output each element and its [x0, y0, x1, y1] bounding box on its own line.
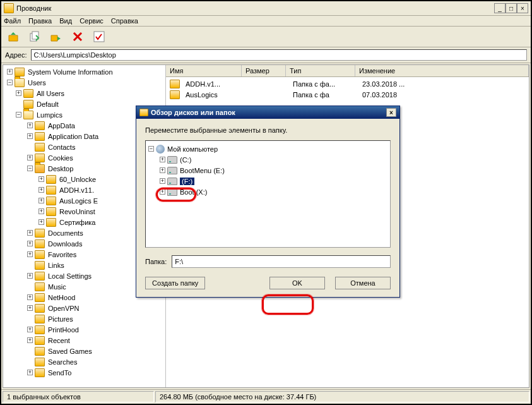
tree-drive-e[interactable]: BootMenu (E:) — [180, 167, 225, 174]
tree-item[interactable]: ADDH.v11. — [58, 186, 95, 194]
drive-icon — [167, 178, 177, 185]
expander-icon[interactable]: + — [27, 230, 33, 236]
menu-service[interactable]: Сервис — [80, 17, 103, 25]
expander-icon[interactable]: − — [148, 146, 154, 152]
expander-icon[interactable]: + — [27, 337, 33, 343]
address-input[interactable] — [31, 49, 527, 61]
expander-icon[interactable]: + — [7, 69, 13, 75]
expander-icon[interactable]: + — [27, 273, 33, 279]
menu-file[interactable]: Файл — [4, 17, 21, 25]
tree-item[interactable]: Default — [35, 100, 60, 108]
dialog-close-button[interactable]: × — [386, 108, 396, 117]
tree-item[interactable]: Recent — [47, 337, 71, 344]
tree-item[interactable]: Saved Games — [47, 348, 93, 355]
tree-item[interactable]: Searches — [47, 358, 78, 366]
tree-item[interactable]: SendTo — [47, 369, 73, 377]
tree-item[interactable]: All Users — [35, 90, 66, 97]
close-button[interactable]: × — [517, 3, 528, 13]
expander-icon[interactable]: + — [27, 305, 33, 311]
col-size[interactable]: Размер — [242, 65, 286, 76]
tree-item[interactable]: Cookies — [47, 154, 74, 162]
maximize-button[interactable]: □ — [505, 3, 517, 13]
tree-item[interactable]: 60_Unlocke — [58, 176, 97, 183]
expander-icon[interactable]: − — [16, 112, 21, 118]
menu-edit[interactable]: Правка — [28, 17, 52, 25]
expander-icon[interactable]: + — [38, 209, 44, 214]
dialog-icon — [139, 109, 148, 116]
expander-icon[interactable]: + — [27, 251, 33, 257]
tree-item[interactable]: Pictures — [47, 315, 74, 323]
tree-item[interactable]: Downloads — [47, 240, 83, 248]
folder-icon — [35, 164, 45, 173]
tree-item[interactable]: OpenVPN — [47, 305, 81, 312]
tree-item[interactable]: Favorites — [47, 251, 78, 258]
tree-item-lumpics[interactable]: Lumpics — [35, 111, 64, 119]
tree-item-users[interactable]: Users — [27, 79, 47, 87]
expander-icon[interactable]: + — [38, 219, 44, 225]
dialog-title: Обзор дисков или папок — [151, 109, 386, 116]
tree-item[interactable]: PrintHood — [47, 326, 80, 334]
tree-item[interactable]: Documents — [47, 229, 85, 237]
tree-item-desktop[interactable]: Desktop — [47, 165, 74, 172]
expander-icon[interactable]: + — [27, 155, 33, 160]
folder-icon — [35, 347, 45, 356]
tree-item[interactable]: AppData — [47, 122, 76, 130]
dialog-path-label: Папка: — [145, 258, 167, 265]
menu-view[interactable]: Вид — [59, 17, 72, 25]
tree-item[interactable]: Сертифика — [58, 219, 97, 226]
folder-icon — [35, 261, 45, 270]
tree-drive-x[interactable]: Boot (X:) — [180, 188, 207, 196]
expander-icon[interactable]: + — [160, 189, 165, 195]
expander-icon[interactable]: + — [38, 176, 44, 182]
col-type[interactable]: Тип — [286, 65, 355, 76]
expander-icon[interactable]: + — [160, 178, 165, 184]
cancel-button[interactable]: Отмена — [335, 277, 391, 289]
expander-icon[interactable]: + — [16, 90, 21, 96]
check-button[interactable] — [91, 28, 107, 45]
dialog-folder-tree[interactable]: −Мой компьютер +(C:) +BootMenu (E:) +(F:… — [145, 140, 391, 248]
list-item[interactable]: AusLogics Папка с фа 07.03.2018 — [167, 89, 528, 100]
expander-icon[interactable]: + — [160, 167, 165, 173]
tree-item[interactable]: System Volume Information — [27, 68, 114, 76]
col-modified[interactable]: Изменение — [355, 65, 529, 76]
window-buttons: _ □ × — [494, 3, 528, 13]
tree-item[interactable]: Contacts — [47, 143, 76, 151]
folder-icon — [35, 315, 45, 323]
folder-icon — [170, 80, 180, 88]
expander-icon[interactable]: + — [27, 123, 33, 128]
expander-icon[interactable]: − — [7, 80, 13, 85]
tree-drive-f-selected[interactable]: (F:) — [180, 178, 194, 185]
expander-icon[interactable]: + — [27, 294, 33, 300]
menu-help[interactable]: Справка — [111, 17, 138, 25]
move-button[interactable] — [48, 28, 64, 45]
expander-icon[interactable]: − — [27, 166, 33, 171]
tree-item[interactable]: Links — [47, 262, 66, 269]
dialog-path-input[interactable] — [172, 255, 391, 268]
expander-icon[interactable]: + — [38, 198, 44, 203]
tree-item[interactable]: Music — [47, 283, 68, 291]
tree-item[interactable]: AusLogics E — [58, 197, 99, 205]
tree-my-computer[interactable]: Мой компьютер — [167, 145, 218, 153]
tree-item[interactable]: NetHood — [47, 294, 76, 301]
folder-icon — [15, 68, 25, 76]
expander-icon[interactable]: + — [27, 241, 33, 246]
minimize-button[interactable]: _ — [494, 3, 505, 13]
dialog-titlebar: Обзор дисков или папок × — [136, 106, 399, 119]
expander-icon[interactable]: + — [27, 327, 33, 332]
expander-icon[interactable]: + — [38, 187, 44, 193]
copy-button[interactable] — [27, 28, 43, 45]
tree-item[interactable]: Local Settings — [47, 272, 93, 280]
col-name[interactable]: Имя — [166, 65, 242, 76]
tree-item[interactable]: RevoUninst — [58, 208, 97, 215]
expander-icon[interactable]: + — [27, 370, 33, 375]
create-folder-button[interactable]: Создать папку — [145, 277, 205, 289]
folder-icon — [35, 368, 45, 377]
delete-button[interactable] — [69, 28, 86, 45]
expander-icon[interactable]: + — [160, 157, 165, 162]
up-button[interactable] — [5, 28, 21, 45]
tree-item[interactable]: Application Data — [47, 133, 100, 140]
expander-icon[interactable]: + — [27, 133, 33, 139]
tree-drive-c[interactable]: (C:) — [180, 156, 191, 164]
list-item[interactable]: ADDH.v1... Папка с фа... 23.03.2018 ... — [167, 78, 528, 89]
ok-button[interactable]: OK — [269, 277, 325, 289]
